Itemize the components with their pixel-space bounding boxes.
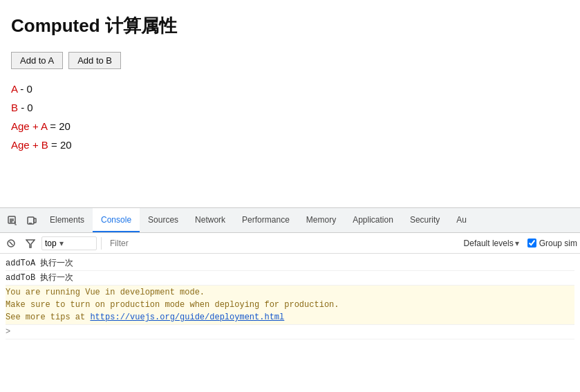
group-sim-checkbox[interactable]	[527, 239, 536, 248]
group-sim-label: Group sim	[539, 239, 577, 248]
filter-input[interactable]	[106, 237, 461, 250]
levels-arrow: ▾	[515, 239, 519, 248]
add-to-a-button[interactable]: Add to A	[11, 52, 63, 69]
a-value-line: A - 0	[11, 83, 569, 95]
tab-elements[interactable]: Elements	[41, 208, 93, 232]
main-content: Computed 计算属性 Add to A Add to B A - 0 B …	[0, 0, 580, 207]
devtools-panel: Elements Console Sources Network Perform…	[0, 207, 580, 392]
equals-b: = 20	[51, 139, 72, 151]
filter-icon-btn[interactable]	[22, 235, 39, 252]
a-dash: -	[20, 83, 26, 95]
clear-console-btn[interactable]	[3, 235, 19, 252]
age-label-b: Age	[11, 139, 30, 151]
context-arrow: ▾	[59, 239, 64, 248]
console-output: addToA 执行一次 addToB 执行一次 You are running …	[0, 254, 580, 392]
toolbar-separator	[101, 237, 102, 250]
equals-a: = 20	[50, 120, 71, 132]
context-selector[interactable]: top ▾	[41, 236, 97, 250]
inspect-icon-btn[interactable]	[3, 211, 22, 230]
tab-network[interactable]: Network	[187, 208, 234, 232]
plus-a: +	[32, 120, 41, 132]
tab-performance[interactable]: Performance	[234, 208, 298, 232]
age-a-line: Age + A = 20	[11, 120, 569, 132]
age-b-line: Age + B = 20	[11, 139, 569, 151]
device-toolbar-icon-btn[interactable]	[22, 211, 41, 230]
vue-deployment-link[interactable]: https://vuejs.org/guide/deployment.html	[90, 312, 284, 322]
plus-b: +	[32, 139, 41, 151]
context-label: top	[45, 239, 57, 248]
group-sim-area: Group sim	[527, 239, 577, 248]
tab-security[interactable]: Security	[402, 208, 448, 232]
svg-line-8	[10, 241, 13, 245]
age-label-a: Age	[11, 120, 30, 132]
button-row: Add to A Add to B	[11, 52, 569, 69]
default-levels[interactable]: Default levels ▾	[464, 239, 519, 248]
svg-marker-9	[26, 240, 35, 248]
tab-application[interactable]: Application	[344, 208, 402, 232]
console-line-1: addToA 执行一次	[6, 256, 574, 271]
b-dash: -	[21, 102, 27, 113]
b-label: B	[11, 102, 18, 113]
console-toolbar: top ▾ Default levels ▾ Group sim	[0, 233, 580, 254]
console-prompt[interactable]: >	[6, 325, 574, 339]
svg-rect-5	[34, 218, 36, 223]
tab-memory[interactable]: Memory	[298, 208, 344, 232]
tab-audit[interactable]: Au	[448, 208, 475, 232]
a-value: 0	[27, 83, 32, 95]
a-ref: A	[41, 120, 47, 132]
console-line-2: addToB 执行一次	[6, 271, 574, 286]
tab-sources[interactable]: Sources	[140, 208, 187, 232]
devtools-tabs-bar: Elements Console Sources Network Perform…	[0, 208, 580, 233]
page-title: Computed 计算属性	[11, 14, 569, 38]
devtools-tabs: Elements Console Sources Network Perform…	[41, 208, 475, 232]
console-line-3: You are running Vue in development mode.…	[6, 286, 574, 325]
a-label: A	[11, 83, 17, 95]
add-to-b-button[interactable]: Add to B	[68, 52, 121, 69]
tab-console[interactable]: Console	[93, 208, 140, 232]
b-value: 0	[27, 102, 32, 113]
b-value-line: B - 0	[11, 102, 569, 113]
b-ref: B	[41, 139, 48, 151]
